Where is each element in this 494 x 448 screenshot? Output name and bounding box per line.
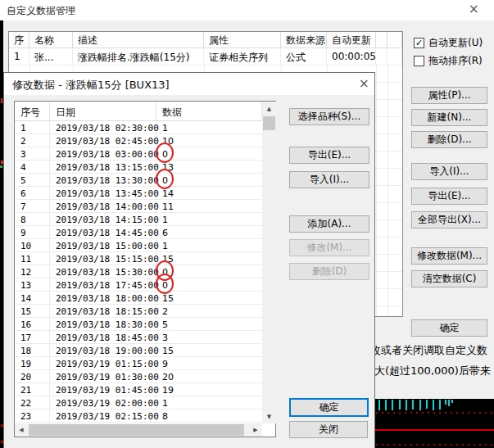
table-header-cell[interactable]: 数据来源 [281,32,327,48]
modify-data-button[interactable]: 修改数据(M)... [411,247,487,265]
data-list-row[interactable]: 12019/03/18 02:30:001 [15,121,275,134]
data-list-row[interactable]: 232019/03/19 02:15:008 [15,410,275,423]
vertical-scroll-thumb[interactable] [263,116,275,130]
horizontal-scroll-thumb[interactable] [29,424,244,436]
data-value: 15 [162,254,174,265]
data-value: 3 [162,333,168,343]
scroll-up-icon[interactable]: ▲ [262,102,276,115]
data-list-row[interactable]: 202019/03/19 01:30:0020 [15,370,275,383]
check-icon: ✓ [415,38,423,48]
data-list-row[interactable]: 182019/03/18 19:00:0015 [15,344,275,357]
checkbox-drag-sort[interactable]: 拖动排序(R) [414,54,483,68]
data-list-cell-seq: 9 [15,226,50,239]
data-list-cell-seq: 2 [15,134,50,147]
data-list-cell-value: 11 [156,200,262,213]
chart-tick [392,400,393,410]
chart-tick [433,400,434,410]
data-list-cell-seq: 20 [15,370,50,383]
delete-button[interactable]: 删除(D)... [411,131,487,148]
table-header-cell[interactable]: 属性 [204,32,281,48]
table-header-cell[interactable]: 序 [9,32,29,48]
horizontal-scrollbar[interactable]: ◀ ▶ [15,423,262,437]
export-button[interactable]: 导出(E)... [411,188,487,205]
data-list-cell-date: 2019/03/19 01:15:00 [50,357,156,370]
main-close-button[interactable]: × [469,3,479,16]
data-list-cell-date: 2019/03/18 18:15:00 [50,305,156,318]
import-button[interactable]: 导入(I)... [411,163,487,180]
data-list-row[interactable]: 82019/03/18 14:15:001 [15,213,275,226]
table-grid-line [387,66,388,316]
export-all-button[interactable]: 全部导出(X)... [411,211,487,229]
data-value: 8 [162,411,168,422]
scroll-down-icon[interactable]: ▼ [262,410,276,423]
vertical-scrollbar[interactable]: ▲ ▼ [262,102,276,423]
data-list-cell-date: 2019/03/18 15:30:00 [50,265,156,278]
data-list-row[interactable]: 142019/03/18 18:00:0015 [15,292,275,305]
data-list-row[interactable]: 122019/03/18 15:30:000 [15,265,275,278]
data-list-header-cell[interactable]: 序号 [15,102,50,120]
data-list-cell-value: 0 [156,265,262,278]
data-value: 13 [162,162,174,173]
data-list-row[interactable]: 32019/03/18 03:00:000 [15,147,275,161]
data-list-cell-date: 2019/03/18 02:45:00 [50,134,156,147]
clear-data-button[interactable]: 清空数据(C) [411,270,487,287]
table-header-cell[interactable]: 描述 [73,32,204,48]
table-header-cell[interactable]: 名称 [29,32,73,48]
select-symbol-button[interactable]: 选择品种(S)... [289,108,369,125]
data-list-header-cell[interactable]: 数据 [156,102,262,120]
data-list-header-cell[interactable]: 日期 [50,102,156,120]
data-list-row[interactable]: 62019/03/18 13:45:0014 [15,187,275,200]
main-window-titlebar[interactable]: 自定义数据管理 × [0,0,494,20]
data-list-row[interactable]: 212019/03/19 01:45:0019 [15,383,275,396]
data-list-cell-seq: 15 [15,305,50,318]
data-list-row[interactable]: 132019/03/18 17:45:000 [15,278,275,292]
properties-button[interactable]: 属性(P)... [411,87,487,104]
data-list-row[interactable]: 22019/03/18 02:45:0010 [15,134,275,147]
data-list-row[interactable]: 112019/03/18 15:15:0015 [15,252,275,265]
data-list-row[interactable]: 52019/03/18 13:30:000 [15,174,275,187]
data-value: 15 [162,293,174,304]
chart-solid-line [374,429,494,431]
data-value: 15 [162,346,174,356]
data-list-row[interactable]: 92019/03/18 14:45:006 [15,226,275,239]
data-list-cell-date: 2019/03/18 19:00:00 [50,344,156,357]
data-list-row[interactable]: 42019/03/18 13:15:0013 [15,161,275,174]
table-header-cell[interactable] [387,32,402,48]
table-header-row: 序名称描述属性数据来源自动更新 [9,32,402,48]
data-value: 9 [162,359,168,369]
data-list-row[interactable]: 162019/03/18 18:30:005 [15,318,275,331]
data-list-cell-seq: 8 [15,213,50,226]
add-button[interactable]: 添加(A)... [289,215,369,233]
scroll-right-icon[interactable]: ▶ [249,423,262,437]
table-header-cell[interactable]: 自动更新 [327,32,376,48]
data-list-row[interactable]: 222019/03/19 02:00:001 [15,396,275,410]
modal-titlebar[interactable]: 修改数据 - 涨跌幅15分 [BUX13] × [4,73,374,95]
new-button[interactable]: 新建(N)... [411,109,487,126]
table-header-cell[interactable] [376,32,387,48]
scroll-left-icon[interactable]: ◀ [15,423,28,437]
data-list-cell-date: 2019/03/18 18:30:00 [50,318,156,331]
data-list-row[interactable]: 172019/03/18 18:45:003 [15,331,275,344]
data-list-row[interactable]: 72019/03/18 14:00:0011 [15,200,275,213]
table-row[interactable]: 1张...涨跌幅排名.涨跌幅(15分)证券相关序列公式00:00:05 [9,48,402,66]
data-list[interactable]: 序号日期数据 12019/03/18 02:30:00122019/03/18 … [14,101,276,437]
checkbox-auto-update[interactable]: ✓ 自动更新(U) [414,36,483,50]
data-list-row[interactable]: 192019/03/19 01:15:009 [15,357,275,370]
data-list-cell-seq: 7 [15,200,50,213]
modal-ok-button[interactable]: 确定 [289,398,369,417]
checkbox-drag-sort-box[interactable] [414,56,424,66]
main-ok-button[interactable]: 确定 [411,319,487,337]
modal-delete-button: 删除(D) [289,263,369,280]
modal-export-button[interactable]: 导出(E)... [289,147,369,164]
data-list-cell-value: 9 [156,357,262,370]
data-list-row[interactable]: 102019/03/18 15:00:001 [15,239,275,252]
checkbox-auto-update-box[interactable]: ✓ [414,38,424,48]
modal-import-button[interactable]: 导入(I)... [289,171,369,188]
data-list-cell-value: 0 [156,147,262,161]
modal-close-button-bottom[interactable]: 关闭 [289,421,368,438]
data-list-row[interactable]: 152019/03/18 18:15:002 [15,305,275,318]
data-value: 0 [162,149,168,160]
chart-tick [451,400,453,403]
data-list-cell-date: 2019/03/18 15:00:00 [50,239,156,252]
modal-close-button[interactable]: × [359,78,369,90]
